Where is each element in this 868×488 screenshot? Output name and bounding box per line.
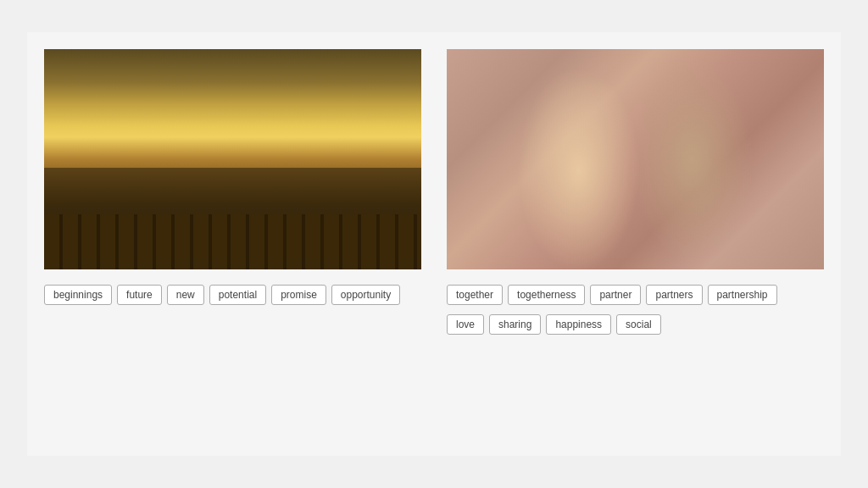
couple-tags-section: together togetherness partner partners p… [447,281,777,335]
tag-sharing[interactable]: sharing [489,314,541,335]
tag-together[interactable]: together [447,285,503,305]
city-tags-section: beginnings future new potential promise … [44,281,400,305]
tag-togetherness[interactable]: togetherness [508,285,585,305]
card-couple: together togetherness partner partners p… [447,49,824,335]
couple-image-container [447,49,824,269]
tag-partner[interactable]: partner [590,285,641,305]
city-tags-row: beginnings future new potential promise … [44,285,400,305]
tag-beginnings[interactable]: beginnings [44,285,112,305]
tag-potential[interactable]: potential [209,285,266,305]
city-image [44,49,421,269]
tag-new[interactable]: new [167,285,204,305]
tag-promise[interactable]: promise [271,285,326,305]
tag-happiness[interactable]: happiness [546,314,611,335]
main-container: beginnings future new potential promise … [27,32,841,456]
tag-future[interactable]: future [117,285,162,305]
tag-partners[interactable]: partners [646,285,702,305]
tag-opportunity[interactable]: opportunity [331,285,400,305]
couple-tags-row2: love sharing happiness social [447,314,777,335]
tag-partnership[interactable]: partnership [708,285,777,305]
couple-tags-row1: together togetherness partner partners p… [447,285,777,305]
tag-love[interactable]: love [447,314,484,335]
city-image-container [44,49,421,269]
couple-image [447,49,824,269]
tag-social[interactable]: social [616,314,661,335]
card-city: beginnings future new potential promise … [44,49,421,305]
